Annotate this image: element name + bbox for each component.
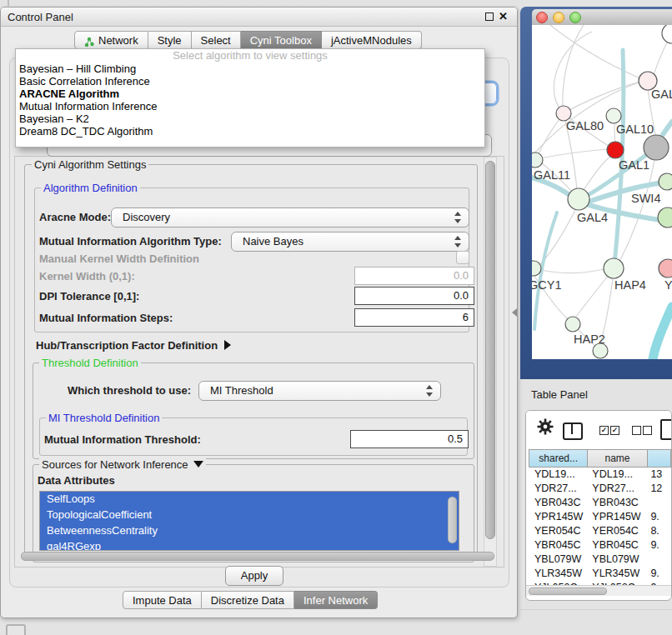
export-table-icon[interactable] <box>660 419 672 440</box>
select-all-checkbox-icon[interactable]: ✓ <box>599 426 609 435</box>
which-threshold-combobox[interactable]: MI Threshold <box>198 381 441 401</box>
aracne-mode-combobox[interactable]: Discovery <box>111 208 469 228</box>
screenshot-root: Control Panel ✕ Network Style Select Cyn… <box>0 0 672 635</box>
network-node-swi4[interactable] <box>659 173 672 190</box>
minimize-traffic-light-icon[interactable] <box>553 12 564 23</box>
minimized-panel-button[interactable] <box>6 624 26 635</box>
deselect-all-checkbox-icon[interactable] <box>632 426 641 435</box>
mi-threshold-field[interactable]: 0.5 <box>350 430 469 448</box>
attribute-list-item[interactable]: gal4RGexp <box>40 539 459 551</box>
network-canvas[interactable]: GALGAL80GAL10GAL1GAL11GAL4SWI4GCY1HAP4YH… <box>532 25 672 359</box>
dpi-tolerance-label: DPI Tolerance [0,1]: <box>39 290 139 302</box>
show-columns-icon[interactable] <box>563 422 583 440</box>
network-node-hap4[interactable] <box>604 258 624 278</box>
hub-definition-toggle[interactable]: Hub/Transcription Factor Definition <box>36 339 231 352</box>
tab-impute-data[interactable]: Impute Data <box>123 591 202 609</box>
network-node[interactable] <box>644 135 669 160</box>
algorithm-option[interactable]: ARACNE Algorithm <box>16 88 484 100</box>
kernel-width-field[interactable]: 0.0 <box>354 267 474 285</box>
tab-discretize-data[interactable]: Discretize Data <box>202 591 294 609</box>
table-cell: YBL079W <box>586 552 644 567</box>
column-header-partial[interactable] <box>648 449 671 468</box>
algorithm-option[interactable]: Dream8 DC_TDC Algorithm <box>16 125 484 138</box>
list-scrollbar-thumb[interactable] <box>448 497 457 543</box>
aracne-mode-value: Discovery <box>123 211 170 223</box>
manual-kernel-width-checkbox[interactable] <box>456 251 469 264</box>
network-node-y[interactable] <box>659 259 672 278</box>
cyni-algorithm-settings-title: Cyni Algorithm Settings <box>32 158 148 171</box>
tab-impute-data-label: Impute Data <box>133 592 192 609</box>
network-node-label: HAP4 <box>614 278 646 292</box>
algorithm-option[interactable]: Basic Correlation Inference <box>16 75 484 88</box>
table-cell: YLR345W <box>586 567 644 581</box>
table-cell: YPR145W <box>586 510 644 524</box>
column-header-name[interactable]: name <box>588 449 647 468</box>
table-cell: 13 <box>644 468 671 482</box>
network-node-label: HAP2 <box>574 332 605 346</box>
attribute-list-item[interactable]: BetweennessCentrality <box>40 523 459 539</box>
table-row[interactable]: YDL19...YDL19...13 <box>529 468 671 482</box>
select-all-checkbox-icon2: ✓ <box>610 426 619 435</box>
table-cell <box>644 496 671 510</box>
attribute-list-item[interactable]: TopologicalCoefficient <box>40 508 459 523</box>
tab-style[interactable]: Style <box>148 31 192 49</box>
tab-select[interactable]: Select <box>192 31 241 49</box>
table-row[interactable]: YBR045CYBR045C9. <box>529 538 671 552</box>
network-edge <box>540 269 604 273</box>
network-window-titlebar[interactable] <box>532 9 672 26</box>
vertical-scrollbar-thumb[interactable] <box>485 161 495 539</box>
network-node-gal10[interactable] <box>606 108 621 123</box>
table-row[interactable]: YER054CYER054C8. <box>529 524 671 538</box>
table-row[interactable]: YDR27...YDR27...12 <box>529 482 671 496</box>
settings-horizontal-scrollbar-thumb[interactable] <box>21 552 494 561</box>
data-attributes-label: Data Attributes <box>38 474 115 487</box>
table-scrollbar-thumb[interactable] <box>529 588 607 595</box>
attribute-list-item[interactable]: SelfLoops <box>40 492 459 508</box>
tab-network[interactable]: Network <box>74 31 148 49</box>
algorithm-definition-title: Algorithm Definition <box>41 182 140 194</box>
table-row[interactable]: YPR145WYPR145W9. <box>529 510 671 524</box>
table-row[interactable]: YLR345WYLR345W9. <box>529 567 671 581</box>
tab-infer-network[interactable]: Infer Network <box>294 591 378 609</box>
algorithm-option[interactable]: Bayesian – Hill Climbing <box>16 62 484 75</box>
apply-button[interactable]: Apply <box>225 566 283 586</box>
mi-steps-label: Mutual Information Steps: <box>39 312 173 324</box>
table-horizontal-scrollbar[interactable] <box>526 585 671 596</box>
table-cell: YPR145W <box>529 510 586 524</box>
tab-jactivemnodules-label: jActiveMNodules <box>331 32 412 49</box>
column-header-shared-name[interactable]: shared... <box>529 449 588 468</box>
float-window-icon[interactable] <box>485 12 494 21</box>
algorithm-option[interactable]: Mutual Information Inference <box>16 100 484 112</box>
close-window-icon[interactable]: ✕ <box>499 10 508 22</box>
network-node[interactable] <box>658 208 672 228</box>
mi-algorithm-type-combobox[interactable]: Naive Bayes <box>231 232 469 252</box>
window-edge-notch <box>8 0 9 6</box>
network-node[interactable] <box>662 25 672 43</box>
zoom-traffic-light-icon[interactable] <box>569 12 581 23</box>
close-traffic-light-icon[interactable] <box>536 12 548 23</box>
algorithm-option[interactable]: Bayesian – K2 <box>16 112 484 125</box>
control-panel-titlebar[interactable]: Control Panel ✕ <box>1 8 517 27</box>
table-row[interactable]: YBR043CYBR043C <box>529 496 671 510</box>
tab-jactivemnodules[interactable]: jActiveMNodules <box>322 31 422 49</box>
tab-cyni-toolbox[interactable]: Cyni Toolbox <box>241 31 322 49</box>
gear-icon[interactable] <box>537 418 554 435</box>
table-row[interactable]: YBL079WYBL079W <box>529 552 671 567</box>
control-panel-window: Control Panel ✕ Network Style Select Cyn… <box>0 7 518 618</box>
mi-steps-field[interactable]: 6 <box>354 308 474 327</box>
data-attributes-list[interactable]: SelfLoopsTopologicalCoefficientBetweenne… <box>39 491 459 551</box>
sources-title-toggle[interactable]: Sources for Network Inference <box>39 458 206 471</box>
network-node-hap2[interactable] <box>565 317 580 332</box>
network-node-gal1[interactable] <box>607 142 624 158</box>
network-edge <box>620 160 654 260</box>
settings-vertical-scrollbar[interactable] <box>484 157 497 567</box>
network-node-gal4[interactable] <box>568 188 589 210</box>
which-threshold-value: MI Threshold <box>210 384 273 397</box>
panel-splitter-collapse-arrow[interactable] <box>512 308 517 317</box>
table-cell: YDL19... <box>529 468 586 482</box>
network-node-gal11[interactable] <box>532 152 543 168</box>
network-edge <box>614 123 615 142</box>
network-view-window: GALGAL80GAL10GAL1GAL11GAL4SWI4GCY1HAP4YH… <box>520 7 672 379</box>
dpi-tolerance-field[interactable]: 0.0 <box>354 287 474 305</box>
table-cell: YLR345W <box>529 567 586 581</box>
